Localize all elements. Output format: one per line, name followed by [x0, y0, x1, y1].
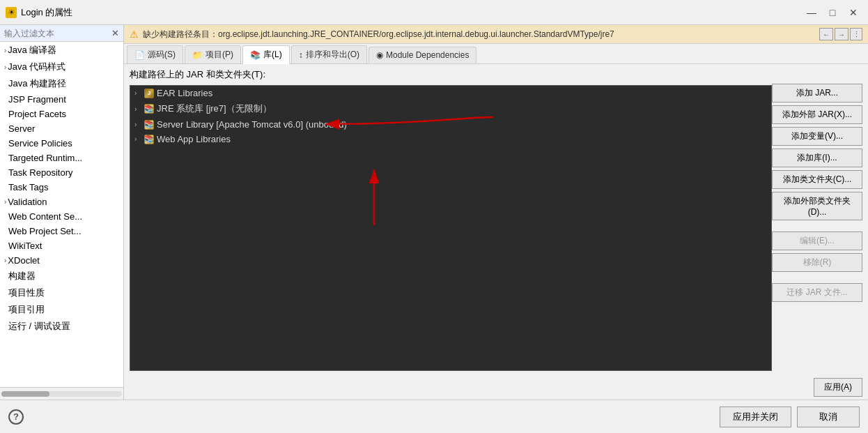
tab-icon: ↕: [299, 50, 303, 60]
sidebar-item[interactable]: Web Project Set...: [0, 224, 123, 238]
sidebar-item[interactable]: Task Repository: [0, 165, 123, 180]
sidebar-item[interactable]: Task Tags: [0, 180, 123, 195]
app-icon: ☀: [6, 7, 17, 18]
sidebar-item[interactable]: ›Validation: [0, 195, 123, 209]
main-container: ✕ ›Java 编译器›Java 代码样式Java 构建路径JSP Fragme…: [0, 25, 868, 400]
tree-item-label: Web App Libraries: [157, 134, 231, 144]
sidebar-item[interactable]: ›XDoclet: [0, 253, 123, 268]
sidebar-item-label: Service Policies: [8, 138, 72, 149]
tree-item[interactable]: ›JEAR Libraries: [130, 86, 771, 100]
sidebar-item[interactable]: WikiText: [0, 238, 123, 253]
edit-button[interactable]: 编辑(E)...: [772, 231, 862, 250]
sidebar-item[interactable]: Web Content Se...: [0, 209, 123, 224]
titlebar: ☀ Login 的属性 — □ ✕: [0, 0, 868, 25]
sidebar-item-label: Java 代码样式: [8, 61, 65, 73]
tree-container[interactable]: ›JEAR Libraries›📚JRE 系统库 [jre7]（无限制）›📚Se…: [130, 85, 772, 371]
cancel-button[interactable]: 取消: [797, 407, 860, 427]
tab-o[interactable]: ↕排序和导出(O): [291, 45, 367, 63]
apply-area: 应用(A): [124, 375, 868, 400]
sidebar-filter[interactable]: ✕: [0, 25, 123, 42]
sidebar-item[interactable]: 项目引用: [0, 301, 123, 318]
sidebar-item-label: 项目引用: [8, 304, 45, 314]
sidebar-expand-arrow: ›: [4, 198, 6, 206]
sidebar-item-label: Java 构建路径: [8, 78, 66, 89]
sidebar-item-label: Task Repository: [8, 167, 72, 178]
filter-clear-icon[interactable]: ✕: [111, 28, 119, 38]
sidebar-scroll-track[interactable]: [1, 391, 122, 397]
sidebar-item[interactable]: Server: [0, 121, 123, 136]
tab-icon: 📁: [192, 50, 203, 60]
migrate-jar-button[interactable]: 迁移 JAR 文件...: [772, 283, 862, 302]
sidebar-expand-arrow: ›: [4, 63, 6, 71]
sidebar-scrollbar[interactable]: [0, 387, 123, 400]
warning-icon: ⚠: [130, 29, 139, 40]
add-class-folder-button[interactable]: 添加类文件夹(C)...: [772, 170, 862, 189]
warning-prev-button[interactable]: ←: [819, 28, 833, 40]
lib-icon: 📚: [144, 120, 154, 130]
help-icon[interactable]: ?: [8, 409, 24, 425]
right-content: ⚠ 缺少构建路径条目：org.eclipse.jdt.launching.JRE…: [124, 25, 868, 400]
bottom-left: ?: [8, 409, 24, 425]
sidebar-item-label: Java 编译器: [8, 44, 56, 56]
sidebar-item[interactable]: Targeted Runtim...: [0, 151, 123, 165]
sidebar-item-label: 构建器: [8, 271, 36, 281]
tab-label: 项目(P): [206, 49, 233, 61]
sidebar-scroll-thumb: [1, 391, 49, 397]
window-title: Login 的属性: [21, 6, 72, 19]
build-path-area: 构建路径上的 JAR 和类文件夹(T): ›JEAR Libraries›📚JR…: [124, 64, 868, 375]
build-path-label: 构建路径上的 JAR 和类文件夹(T):: [130, 68, 772, 81]
tree-item[interactable]: ›📚Web App Libraries: [130, 132, 771, 146]
sidebar-items-list: ›Java 编译器›Java 代码样式Java 构建路径JSP Fragment…: [0, 42, 123, 387]
sidebar-expand-arrow: ›: [4, 47, 6, 54]
minimize-button[interactable]: —: [803, 5, 821, 20]
tree-item-label: EAR Libraries: [157, 88, 212, 98]
apply-close-button[interactable]: 应用并关闭: [720, 407, 791, 427]
add-jar-button[interactable]: 添加 JAR...: [772, 84, 862, 102]
sidebar-item-label: 项目性质: [8, 287, 45, 298]
warning-more-button[interactable]: ⋮: [850, 28, 862, 40]
warning-next-button[interactable]: →: [835, 28, 848, 40]
sidebar-item[interactable]: ›Java 代码样式: [0, 59, 123, 75]
sidebar-item[interactable]: 构建器: [0, 268, 123, 284]
tab-l[interactable]: 📚库(L): [242, 45, 290, 64]
sidebar-item[interactable]: 运行 / 调试设置: [0, 318, 123, 335]
sidebar-item[interactable]: Java 构建路径: [0, 75, 123, 92]
tab-p[interactable]: 📁项目(P): [185, 45, 241, 63]
sidebar-expand-arrow: ›: [4, 257, 6, 264]
add-library-button[interactable]: 添加库(I)...: [772, 149, 862, 167]
sidebar-item[interactable]: Project Facets: [0, 107, 123, 121]
sidebar-item-label: WikiText: [8, 241, 42, 251]
sidebar-item[interactable]: ›Java 编译器: [0, 42, 123, 59]
sidebar-item-label: 运行 / 调试设置: [8, 321, 70, 331]
sidebar-item[interactable]: JSP Fragment: [0, 92, 123, 107]
sidebar-item[interactable]: 项目性质: [0, 284, 123, 301]
tab-s[interactable]: 📄源码(S): [127, 45, 183, 63]
warning-text: 缺少构建路径条目：org.eclipse.jdt.launching.JRE_C…: [143, 29, 815, 40]
sidebar-item-label: Project Facets: [8, 109, 66, 119]
apply-button[interactable]: 应用(A): [814, 378, 862, 397]
tab-label: 库(L): [263, 49, 282, 61]
titlebar-left: ☀ Login 的属性: [6, 6, 72, 19]
window-controls: — □ ✕: [803, 5, 862, 20]
tab-moduledependencies[interactable]: ◉Module Dependencies: [369, 47, 476, 63]
remove-button[interactable]: 移除(R): [772, 253, 862, 272]
tab-label: 排序和导出(O): [306, 49, 359, 61]
tabs-bar: 📄源码(S)📁项目(P)📚库(L)↕排序和导出(O)◉Module Depend…: [124, 44, 868, 64]
sidebar-item-label: Server: [8, 123, 35, 134]
tree-item[interactable]: ›📚JRE 系统库 [jre7]（无限制）: [130, 100, 771, 117]
bottom-buttons: 应用并关闭 取消: [720, 407, 860, 427]
filter-input[interactable]: [4, 29, 109, 38]
add-external-jar-button[interactable]: 添加外部 JAR(X)...: [772, 105, 862, 124]
sidebar: ✕ ›Java 编译器›Java 代码样式Java 构建路径JSP Fragme…: [0, 25, 124, 400]
build-path-left: 构建路径上的 JAR 和类文件夹(T): ›JEAR Libraries›📚JR…: [130, 68, 772, 371]
sidebar-item-label: Web Project Set...: [8, 226, 82, 236]
close-button[interactable]: ✕: [844, 5, 862, 20]
tab-label: 源码(S): [148, 49, 176, 61]
maximize-button[interactable]: □: [823, 5, 842, 20]
add-external-class-folder-button[interactable]: 添加外部类文件夹(D)...: [772, 192, 862, 220]
sidebar-item[interactable]: Service Policies: [0, 136, 123, 151]
tree-item[interactable]: ›📚Server Library [Apache Tomcat v6.0] (u…: [130, 117, 771, 132]
tree-item-label: JRE 系统库 [jre7]（无限制）: [157, 102, 272, 115]
tab-icon: 📄: [134, 50, 145, 60]
add-variable-button[interactable]: 添加变量(V)...: [772, 127, 862, 146]
